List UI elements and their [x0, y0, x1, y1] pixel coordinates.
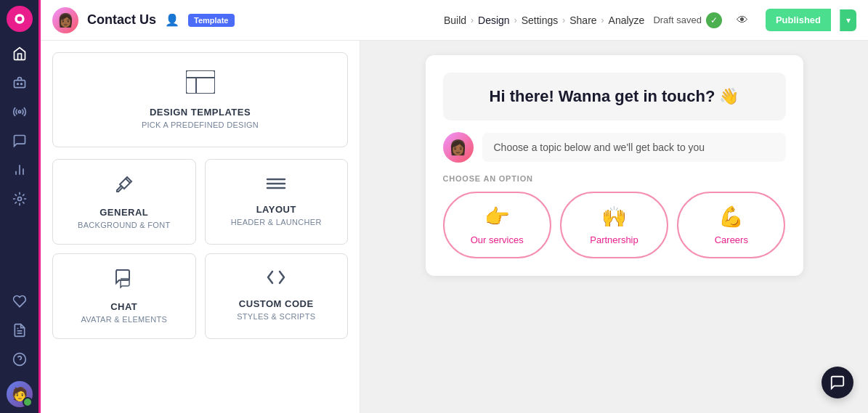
nav-analyze[interactable]: Analyze	[609, 15, 645, 26]
page-title: Contact Us	[87, 12, 156, 28]
general-subtitle: BACKGROUND & FONT	[78, 221, 170, 229]
custom-code-icon	[265, 269, 287, 291]
main-area: 👩🏾 Contact Us 👤 Template Build › Design …	[41, 0, 868, 413]
design-cards-grid: GENERAL BACKGROUND & FONT LAYOUT HEADER …	[52, 159, 348, 339]
svg-rect-2	[14, 81, 25, 88]
project-avatar: 👩🏾	[52, 7, 78, 33]
chat-subtitle: AVATAR & ELEMENTS	[81, 315, 167, 324]
code-brackets-icon	[265, 269, 287, 286]
custom-code-subtitle: STYLES & SCRIPTS	[237, 312, 315, 321]
general-icon	[114, 174, 134, 200]
svg-point-4	[20, 83, 22, 85]
nav-build[interactable]: Build	[444, 15, 466, 26]
sidebar-item-reports[interactable]	[7, 317, 33, 343]
chat-avatar-icon	[113, 269, 135, 294]
layout-title: LAYOUT	[256, 204, 296, 215]
services-label: Our services	[471, 234, 524, 245]
integrations-icon	[12, 192, 27, 206]
nav-chevron-4: ›	[601, 15, 604, 25]
services-emoji: 👉	[484, 205, 510, 229]
layout-subtitle: HEADER & LAUNCHER	[231, 218, 322, 226]
nav-chevron-3: ›	[562, 15, 565, 25]
layout-icon	[266, 174, 286, 197]
chat-icon	[12, 134, 27, 148]
template-grid-icon	[186, 70, 215, 94]
nav-steps: Build › Design › Settings › Share › Anal…	[444, 15, 645, 26]
option-partnership[interactable]: 🙌 Partnership	[560, 192, 668, 258]
nav-share[interactable]: Share	[569, 15, 596, 26]
logo-icon	[12, 12, 27, 26]
chat-header: Hi there! Wanna get in touch? 👋	[443, 73, 786, 120]
template-badge: Template	[188, 14, 234, 27]
design-templates-card[interactable]: DESIGN TEMPLATES PICK A PREDEFINED DESIG…	[52, 52, 348, 147]
help-icon	[12, 352, 27, 367]
layout-card[interactable]: LAYOUT HEADER & LAUNCHER	[205, 159, 349, 245]
published-dropdown-button[interactable]: ▾	[840, 9, 856, 31]
sidebar-item-integrations[interactable]	[7, 186, 33, 212]
chat-user-avatar: 👩🏾	[443, 132, 474, 163]
svg-point-5	[18, 110, 20, 113]
custom-code-title: CUSTOM CODE	[239, 298, 314, 309]
design-panel: DESIGN TEMPLATES PICK A PREDEFINED DESIG…	[41, 41, 360, 413]
user-avatar[interactable]: 🧑	[7, 381, 33, 407]
draft-saved-status: Draft saved ✓	[653, 12, 721, 28]
preview-eye-icon[interactable]: 👁	[737, 14, 748, 27]
sidebar-item-bot[interactable]	[7, 70, 33, 96]
svg-point-9	[17, 197, 21, 201]
layout-lines-icon	[266, 176, 286, 192]
sidebar-item-broadcast[interactable]	[7, 99, 33, 125]
general-title: GENERAL	[100, 207, 148, 218]
broadcast-icon	[12, 105, 27, 119]
sidebar: 🧑	[0, 0, 41, 413]
chat-title: CHAT	[110, 301, 137, 312]
design-templates-icon	[186, 70, 215, 99]
draft-saved-label: Draft saved	[653, 15, 701, 25]
chat-bubbles-icon	[113, 269, 135, 289]
user-settings-icon[interactable]: 👤	[165, 13, 179, 27]
chat-preview: Hi there! Wanna get in touch? 👋 👩🏾 Choos…	[426, 55, 803, 276]
chat-fab-button[interactable]	[822, 367, 853, 398]
analytics-icon	[12, 163, 27, 177]
sidebar-item-handshake[interactable]	[7, 288, 33, 314]
design-templates-title: DESIGN TEMPLATES	[150, 107, 251, 118]
chat-input-box[interactable]: Choose a topic below and we'll get back …	[482, 133, 786, 162]
bot-icon	[12, 75, 27, 90]
option-services[interactable]: 👉 Our services	[443, 192, 551, 258]
content-area: DESIGN TEMPLATES PICK A PREDEFINED DESIG…	[41, 41, 868, 413]
chat-input-row: 👩🏾 Choose a topic below and we'll get ba…	[443, 132, 786, 163]
general-card[interactable]: GENERAL BACKGROUND & FONT	[52, 159, 196, 245]
chat-fab-icon	[830, 375, 845, 390]
careers-label: Careers	[715, 234, 748, 245]
option-careers[interactable]: 💪 Careers	[677, 192, 785, 258]
svg-point-3	[17, 83, 18, 85]
nav-design[interactable]: Design	[478, 15, 510, 26]
custom-code-card[interactable]: CUSTOM CODE STYLES & SCRIPTS	[205, 253, 349, 339]
partnership-emoji: 🙌	[601, 205, 627, 229]
choose-option-label: CHOOSE AN OPTION	[443, 174, 786, 183]
nav-settings[interactable]: Settings	[522, 15, 559, 26]
general-edit-icon	[114, 174, 134, 195]
chat-user-avatar-emoji: 👩🏾	[449, 139, 467, 156]
published-button[interactable]: Published	[766, 9, 831, 31]
options-row: 👉 Our services 🙌 Partnership 💪 Careers	[443, 192, 786, 258]
sidebar-item-home[interactable]	[7, 41, 33, 67]
preview-area: Hi there! Wanna get in touch? 👋 👩🏾 Choos…	[360, 41, 868, 413]
reports-icon	[12, 323, 27, 338]
nav-chevron-2: ›	[514, 15, 517, 25]
sidebar-item-chat[interactable]	[7, 128, 33, 154]
design-templates-subtitle: PICK A PREDEFINED DESIGN	[142, 120, 259, 129]
chat-card[interactable]: CHAT AVATAR & ELEMENTS	[52, 253, 196, 339]
handshake-icon	[12, 294, 27, 308]
home-icon	[12, 46, 27, 61]
topbar: 👩🏾 Contact Us 👤 Template Build › Design …	[41, 0, 868, 41]
svg-rect-14	[186, 70, 215, 94]
sidebar-item-analytics[interactable]	[7, 157, 33, 183]
careers-emoji: 💪	[718, 205, 744, 229]
partnership-label: Partnership	[590, 234, 638, 245]
chat-header-text: Hi there! Wanna get in touch? 👋	[461, 87, 768, 106]
svg-point-1	[17, 17, 22, 22]
check-icon: ✓	[706, 12, 722, 28]
nav-chevron-1: ›	[471, 15, 474, 25]
sidebar-item-help[interactable]	[7, 346, 33, 372]
sidebar-logo[interactable]	[7, 6, 33, 32]
